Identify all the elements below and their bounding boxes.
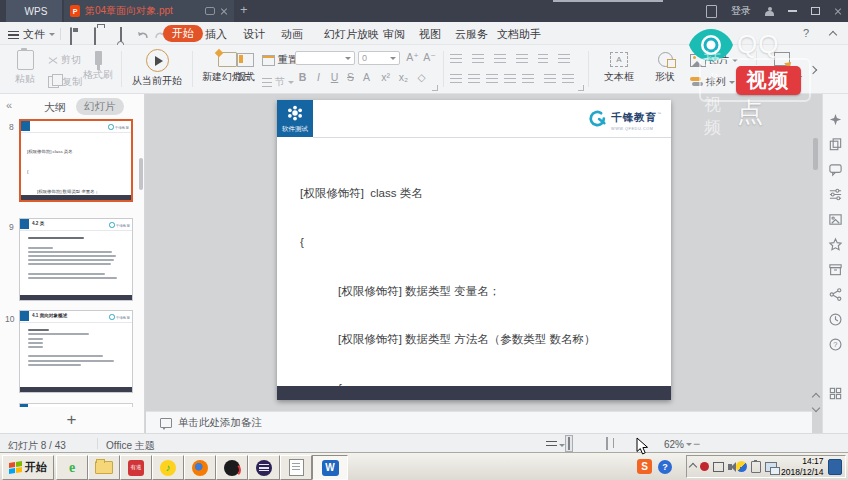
- align-left-icon[interactable]: [450, 74, 462, 83]
- more-tools-icon[interactable]: [809, 66, 817, 74]
- slide-thumbnail-8[interactable]: 千锋教育 [权限修饰符] class 类名 { [权限修饰符] 数据类型 变量名…: [19, 119, 133, 202]
- placeholder-fit-icon[interactable]: [558, 54, 570, 63]
- zoom-percent[interactable]: 62%: [664, 439, 684, 450]
- print-preview-icon[interactable]: [120, 27, 122, 46]
- slide-canvas[interactable]: 软件测试 千锋教育™ WWW.QFEDU.COM [权限修饰符] class 类…: [277, 100, 671, 400]
- settings-sliders-icon[interactable]: [828, 187, 843, 202]
- paragraph-spacing-icon[interactable]: [562, 74, 574, 83]
- tab-slideshow[interactable]: 幻灯片放映: [324, 27, 379, 42]
- justify-icon[interactable]: [504, 74, 516, 83]
- picture-button[interactable]: 图片: [690, 53, 738, 67]
- tab-view[interactable]: 视图: [419, 27, 441, 42]
- tab-home[interactable]: 开始: [163, 25, 203, 42]
- wps-home-tab[interactable]: WPS: [6, 0, 62, 22]
- strikethrough-icon[interactable]: S: [343, 71, 358, 83]
- login-button[interactable]: 登录: [731, 4, 751, 18]
- decrease-font-icon[interactable]: A⁻: [422, 51, 437, 63]
- superscript-icon[interactable]: x²: [378, 71, 393, 83]
- object-properties-icon[interactable]: [828, 212, 843, 227]
- help-button[interactable]: ?: [803, 27, 809, 39]
- close-window-button[interactable]: [834, 7, 842, 15]
- undo-icon[interactable]: [136, 29, 149, 40]
- tab-animation[interactable]: 动画: [281, 27, 303, 42]
- increase-indent-icon[interactable]: [516, 54, 528, 63]
- taskbar-notepad-button[interactable]: [280, 455, 312, 480]
- tab-design[interactable]: 设计: [243, 27, 265, 42]
- taskbar-media-button[interactable]: [216, 455, 248, 480]
- layout-button[interactable]: 版式: [228, 48, 262, 84]
- apps-grid-icon[interactable]: [828, 386, 843, 401]
- copy-pages-icon[interactable]: [828, 137, 843, 152]
- show-desktop-icon[interactable]: [828, 459, 842, 475]
- collapse-ribbon-icon[interactable]: [829, 31, 837, 39]
- file-menu[interactable]: 文件: [8, 27, 55, 42]
- save-icon[interactable]: [70, 27, 72, 46]
- font-color-icon[interactable]: A: [359, 71, 374, 83]
- comments-icon[interactable]: [828, 162, 843, 177]
- favorites-star-icon[interactable]: [828, 237, 843, 252]
- subscript-icon[interactable]: x₂: [396, 71, 411, 83]
- font-size-combo[interactable]: 0: [358, 51, 400, 65]
- zoom-dropdown-icon[interactable]: [686, 443, 692, 446]
- taskbar-youdao-button[interactable]: 有道: [120, 455, 152, 480]
- textbox-button[interactable]: 文本框: [596, 48, 642, 84]
- tab-menu-icon[interactable]: [205, 7, 215, 15]
- copy-button[interactable]: 复制: [48, 75, 82, 89]
- cut-button[interactable]: 剪切: [48, 53, 81, 67]
- vertical-scrollbar-thumb[interactable]: [813, 138, 818, 170]
- tray-clipboard-icon[interactable]: [751, 461, 761, 473]
- normal-view-button[interactable]: [566, 436, 572, 451]
- account-icon[interactable]: [765, 7, 774, 16]
- font-dialog-launcher[interactable]: [432, 85, 438, 91]
- next-slide-button[interactable]: [811, 403, 821, 413]
- paste-button[interactable]: 粘贴: [8, 48, 42, 86]
- decrease-indent-icon[interactable]: [494, 54, 506, 63]
- slide-thumbnail-9[interactable]: 4.2 类 千锋教育: [19, 218, 133, 301]
- tab-doc-assistant[interactable]: 文档助手: [497, 27, 541, 42]
- start-button[interactable]: 开始: [2, 455, 54, 480]
- print-icon[interactable]: [94, 27, 96, 46]
- paragraph-dialog-launcher[interactable]: [578, 85, 584, 91]
- new-features-icon[interactable]: [828, 112, 843, 127]
- arrange-button[interactable]: 排列: [690, 75, 735, 89]
- italic-icon[interactable]: I: [311, 71, 326, 83]
- increase-font-icon[interactable]: A⁺: [405, 51, 420, 63]
- slides-tab[interactable]: 幻灯片: [76, 98, 124, 115]
- sogou-input-icon[interactable]: [637, 459, 652, 474]
- history-clock-icon[interactable]: [828, 312, 843, 327]
- line-spacing-icon[interactable]: [544, 74, 556, 83]
- text-direction-icon[interactable]: [538, 54, 548, 63]
- clear-format-icon[interactable]: ◇: [414, 71, 429, 83]
- reading-view-button[interactable]: [606, 438, 608, 449]
- font-name-combo[interactable]: [295, 51, 355, 65]
- taskbar-browser-button[interactable]: [56, 455, 88, 480]
- tab-review[interactable]: 审阅: [383, 27, 405, 42]
- tab-cloud[interactable]: 云服务: [455, 27, 488, 42]
- new-tab-button[interactable]: +: [240, 2, 248, 17]
- outline-tab[interactable]: 大纲: [44, 100, 66, 115]
- bold-icon[interactable]: B: [295, 71, 310, 83]
- format-painter-button[interactable]: 格式刷: [80, 48, 116, 82]
- taskbar-eclipse-button[interactable]: [248, 455, 280, 480]
- notes-toggle-button[interactable]: [546, 441, 565, 449]
- panel-scrollbar-thumb[interactable]: [139, 158, 143, 190]
- tray-input-icon[interactable]: [736, 461, 747, 472]
- selection-pane-button[interactable]: 选择窗格: [760, 48, 804, 83]
- taskbar-explorer-button[interactable]: [88, 455, 120, 480]
- tray-red-icon[interactable]: [700, 462, 709, 471]
- section-button[interactable]: 节: [262, 75, 294, 89]
- numbering-icon[interactable]: [472, 54, 484, 63]
- help-tray-icon[interactable]: [658, 460, 672, 474]
- taskbar-firefox-button[interactable]: [184, 455, 216, 480]
- reset-button[interactable]: 重置: [262, 53, 298, 67]
- zoom-out-icon[interactable]: −: [693, 437, 700, 451]
- taskbar-qqmusic-button[interactable]: [152, 455, 184, 480]
- help-circle-icon[interactable]: ?: [828, 337, 843, 352]
- network-icon[interactable]: [765, 462, 777, 472]
- shapes-button[interactable]: 形状: [646, 48, 684, 84]
- restore-button[interactable]: [811, 7, 820, 15]
- document-tab[interactable]: P 第04章面向对象.ppt: [64, 0, 234, 22]
- taskbar-wps-button[interactable]: [312, 455, 348, 480]
- play-from-current-button[interactable]: 从当前开始: [126, 48, 188, 88]
- slide-thumbnail-10[interactable]: 4.1 面向对象概述 千锋教育: [19, 310, 133, 393]
